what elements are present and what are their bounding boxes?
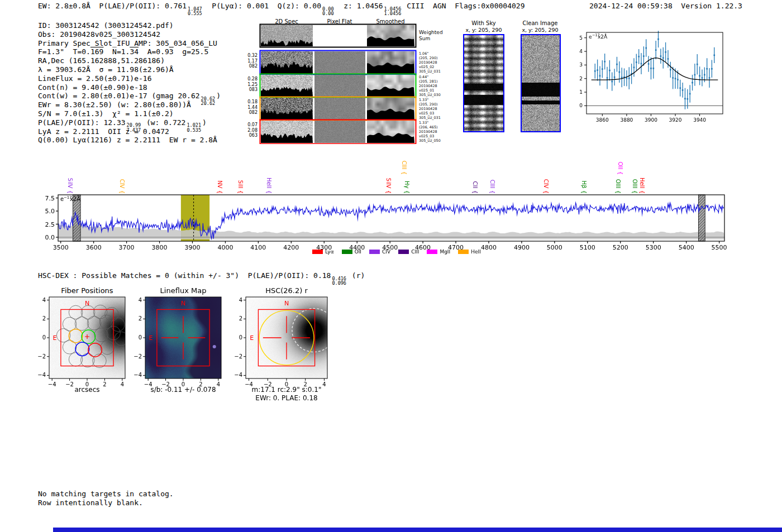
stacked-interval: 1.0470.555 (188, 7, 202, 16)
legend-swatch (342, 250, 352, 254)
cutout-row-weights: 0.281.25083 (246, 76, 258, 93)
cutout-row-weights: 0.072.08063 (246, 122, 258, 138)
info-line: S/N = 7.0(±1.3) χ² = 1.1(±0.2) (38, 109, 221, 118)
header-timestamp-version: 2024-12-24 00:59:38 Version 1.22.3 (589, 2, 742, 10)
info-line: F=1.3" T=0.169 N=1.34 A=0.93 g=25.5 (38, 47, 221, 56)
clean-image-title: Clean Image (507, 20, 574, 26)
fiber-positions-canvas (34, 285, 134, 396)
legend-item: Lyα (312, 249, 333, 255)
report-separator-bar (53, 528, 782, 532)
hsc-cutout-canvas (230, 285, 336, 396)
legend-swatch (427, 250, 437, 254)
info-line: RA,Dec (165.162888,51.286186) (38, 56, 221, 65)
legend-label: OII (355, 249, 361, 255)
legend-label: MgII (440, 249, 450, 255)
stacked-interval: 1.0210.535 (187, 123, 201, 132)
cutout-row-annotations: 0.44"(205, 281)20190428v025_01305_LU_030 (419, 75, 452, 98)
legend-swatch (398, 250, 409, 254)
legend-item: CIII (398, 249, 419, 255)
info-line: λ = 3903.62Å σ = 11.98(±2.96)Å (38, 65, 221, 74)
cutout-grid-canvas (259, 23, 417, 144)
cutout-row-annotations: 1.33"(205, 290)20190428v025_03305_LU_031 (419, 98, 452, 121)
footer-no-match-line: No matching targets in catalog. (38, 490, 174, 498)
clean-image-frame (521, 34, 561, 132)
spectrum-legend: LyαOIICIVCIIIMgIIHeII (279, 249, 514, 255)
stacked-interval: 0.000.00 (322, 7, 333, 16)
inset-linefit-plot (565, 22, 738, 131)
legend-item: OII (342, 249, 361, 255)
info-line: EWr = 8.30(±2.50) (w: 2.80(±0.80))Å (38, 100, 221, 109)
legend-swatch (458, 250, 469, 254)
legend-swatch (312, 250, 323, 254)
legend-item: CIV (369, 249, 390, 255)
legend-swatch (369, 250, 380, 254)
info-line: Cont(w) = 2.80(±0.01)e-17 (gmag 20.6220.… (38, 92, 221, 100)
legend-item: HeII (458, 249, 481, 255)
lineflux-map-canvas (130, 285, 230, 396)
clean-image-canvas (522, 35, 560, 131)
info-line: Q(0.00) Lyα(1216) z = 2.2111 EW r = 2.8Å (38, 136, 221, 145)
legend-label: CIV (382, 249, 390, 255)
footer-blank-line: Row intentionally blank. (38, 499, 143, 507)
info-line: P(LAE)/P(OII): 12.3320.997.437 (w: 0.722… (38, 118, 221, 127)
elixer-report-page: EW: 2.8±0.8Å P(LAE)/P(OII): 0.7611.0470.… (0, 0, 782, 532)
legend-item: MgII (427, 249, 450, 255)
info-line: Primary Spec_Slot_IFU_AMP: 305_034_056_L… (38, 39, 221, 48)
hsc-dex-match-line: HSC-DEX : Possible Matches = 0 (within +… (38, 271, 365, 286)
info-line: Obs: 20190428v025_3003124542 (38, 30, 221, 39)
cutout-row-annotations: 1.06"(205, 290)20190428v025_02305_LU_031 (419, 52, 452, 74)
detection-info-block: ID: 3003124542 (3003124542.pdf)Obs: 2019… (38, 21, 221, 145)
stacked-interval: 0.4160.096 (332, 276, 346, 286)
cutout-row-annotations: WeightedSum (419, 30, 452, 42)
with-sky-frame (463, 34, 504, 132)
header-summary-line: EW: 2.8±0.8Å P(LAE)/P(OII): 0.7611.0470.… (38, 2, 524, 16)
cutout-row-annotations: 1.33"(206, 465)20190428v025_03305_LU_050 (419, 121, 452, 143)
legend-label: CIII (411, 249, 419, 255)
info-line: Cont(n) = 9.40(±0.90)e-18 (38, 83, 221, 92)
with-sky-image (464, 35, 503, 131)
cutout-row-weights: 0.321.17082 (246, 53, 258, 69)
info-line: LineFlux = 2.50(±0.71)e-16 (38, 74, 221, 83)
full-spectrum-plot (31, 148, 751, 260)
cutout-row-weights: 0.181.44082 (246, 99, 258, 116)
hsc-cutout-xlabel: m:17.1 rc:2.9" s:0.1" (220, 386, 354, 394)
clean-image-coords: x, y: 205, 290 (507, 27, 574, 33)
legend-label: HeII (471, 249, 481, 255)
legend-label: Lyα (325, 249, 333, 255)
hsc-cutout-xlabel2: EWr: 0. PLAE: 0.18 (220, 394, 354, 402)
stacked-interval: 1.04561.0456 (384, 7, 402, 16)
stacked-interval: 20.6220.62 (201, 97, 216, 106)
info-line: ID: 3003124542 (3003124542.pdf) (38, 21, 221, 30)
